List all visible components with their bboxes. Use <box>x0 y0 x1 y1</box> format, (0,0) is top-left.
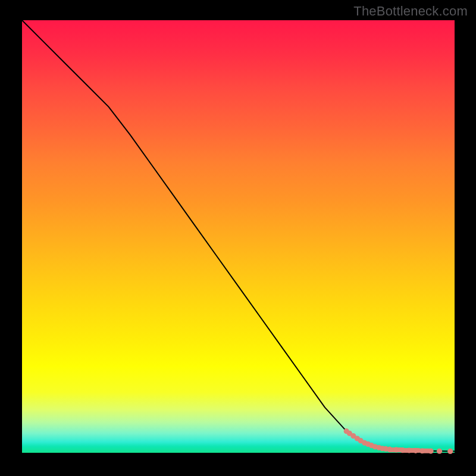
marker-dot <box>406 447 412 453</box>
marker-dot <box>447 449 453 454</box>
watermark-text: TheBottleneck.com <box>353 4 468 19</box>
chart-svg <box>22 20 455 453</box>
marker-dot <box>437 449 442 454</box>
plot-area <box>22 20 455 453</box>
marker-dot <box>393 447 399 452</box>
marker-dot <box>428 448 433 453</box>
marker-dot <box>413 448 418 453</box>
marker-dot <box>419 448 425 453</box>
chart-frame: TheBottleneck.com <box>0 0 476 476</box>
marker-dot <box>387 447 392 452</box>
marker-dot <box>400 447 405 453</box>
bottleneck-curve <box>22 20 455 451</box>
marker-dot-group <box>344 428 453 454</box>
